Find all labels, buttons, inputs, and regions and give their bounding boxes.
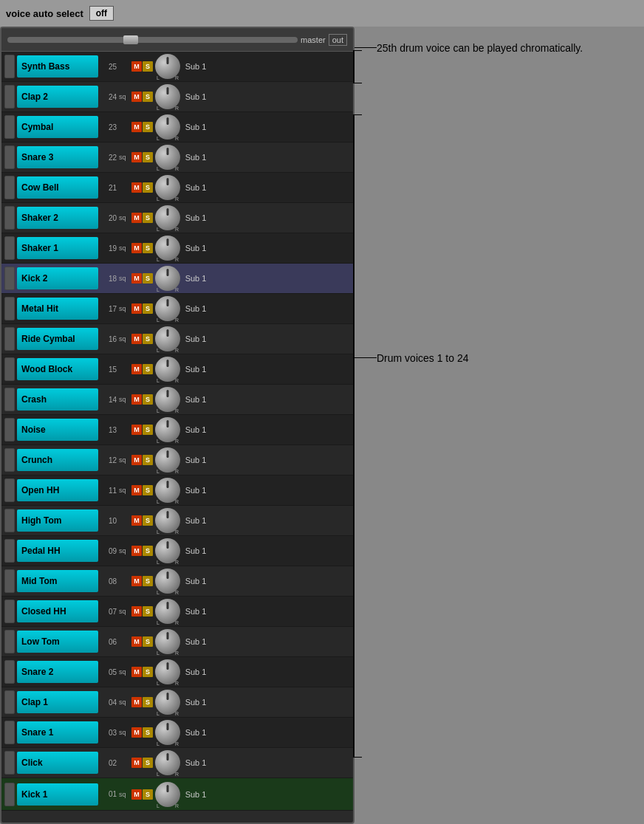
mute-button[interactable]: M <box>131 182 142 193</box>
mute-button[interactable]: M <box>131 61 142 72</box>
row-expand-btn[interactable] <box>4 357 15 381</box>
row-expand-btn[interactable] <box>4 751 15 775</box>
row-expand-btn[interactable] <box>4 388 15 411</box>
row-expand-btn[interactable] <box>4 690 15 714</box>
row-expand-btn[interactable] <box>4 176 15 199</box>
drum-voice-name-btn[interactable]: Closed HH <box>17 600 98 622</box>
drum-voice-name-btn[interactable]: Ride Cymbal <box>17 328 98 350</box>
row-expand-btn[interactable] <box>4 206 15 230</box>
drum-voice-name-btn[interactable]: High Tom <box>17 509 98 532</box>
mute-button[interactable]: M <box>131 455 142 465</box>
row-expand-btn[interactable] <box>4 85 15 109</box>
solo-button[interactable]: S <box>143 364 153 374</box>
drum-voice-name-btn[interactable]: Snare 1 <box>17 721 98 744</box>
drum-voice-name-btn[interactable]: Clap 1 <box>17 691 98 713</box>
row-expand-btn[interactable] <box>4 297 15 320</box>
mute-button[interactable]: M <box>131 394 142 405</box>
mute-button[interactable]: M <box>131 697 142 707</box>
row-expand-btn[interactable] <box>4 509 15 532</box>
solo-button[interactable]: S <box>143 334 153 344</box>
solo-button[interactable]: S <box>143 243 153 253</box>
row-expand-btn[interactable] <box>4 539 15 563</box>
row-expand-btn[interactable] <box>4 569 15 593</box>
drum-voice-name-btn[interactable]: Open HH <box>17 479 98 501</box>
drum-voice-name-btn[interactable]: Cow Bell <box>17 176 98 199</box>
row-expand-btn[interactable] <box>4 418 15 442</box>
mute-button[interactable]: M <box>131 425 142 435</box>
row-expand-btn[interactable] <box>4 630 15 653</box>
row-expand-btn[interactable] <box>4 721 15 744</box>
solo-button[interactable]: S <box>143 606 153 617</box>
drum-voice-name-btn[interactable]: Low Tom <box>17 631 98 653</box>
mute-button[interactable]: M <box>131 92 142 102</box>
drum-voice-name-btn[interactable]: Crash <box>17 388 98 411</box>
mute-button[interactable]: M <box>131 485 142 495</box>
row-expand-btn[interactable] <box>4 267 15 290</box>
drum-voice-name-btn[interactable]: Pedal HH <box>17 540 98 562</box>
drum-voice-name-btn[interactable]: Noise <box>17 419 98 441</box>
row-expand-btn[interactable] <box>4 783 15 806</box>
solo-button[interactable]: S <box>143 667 153 677</box>
row-expand-btn[interactable] <box>4 115 15 139</box>
row-expand-btn[interactable] <box>4 327 15 351</box>
row-expand-btn[interactable] <box>4 660 15 684</box>
mute-button[interactable]: M <box>131 213 142 223</box>
solo-button[interactable]: S <box>143 636 153 647</box>
mute-button[interactable]: M <box>131 546 142 556</box>
solo-button[interactable]: S <box>143 92 153 102</box>
drum-voice-name-btn[interactable]: Snare 2 <box>17 661 98 683</box>
drum-voice-name-btn[interactable]: Shaker 2 <box>17 207 98 229</box>
mute-button[interactable]: M <box>131 152 142 162</box>
solo-button[interactable]: S <box>143 546 153 556</box>
mute-button[interactable]: M <box>131 758 142 768</box>
master-slider-track[interactable] <box>7 37 298 43</box>
solo-button[interactable]: S <box>143 515 153 526</box>
mute-button[interactable]: M <box>131 667 142 677</box>
row-expand-btn[interactable] <box>4 448 15 472</box>
mute-button[interactable]: M <box>131 273 142 284</box>
mute-button[interactable]: M <box>131 636 142 647</box>
mute-button[interactable]: M <box>131 576 142 586</box>
drum-voice-name-btn[interactable]: Crunch <box>17 449 98 471</box>
solo-button[interactable]: S <box>143 697 153 707</box>
drum-voice-name-btn[interactable]: Synth Bass <box>17 55 98 78</box>
drum-voice-name-btn[interactable]: Click <box>17 752 98 774</box>
drum-voice-name-btn[interactable]: Cymbal <box>17 116 98 138</box>
solo-button[interactable]: S <box>143 576 153 586</box>
solo-button[interactable]: S <box>143 273 153 284</box>
drum-voice-name-btn[interactable]: Mid Tom <box>17 570 98 592</box>
solo-button[interactable]: S <box>143 152 153 162</box>
drum-voice-name-btn[interactable]: Kick 2 <box>17 267 98 289</box>
mute-button[interactable]: M <box>131 364 142 374</box>
mute-button[interactable]: M <box>131 727 142 738</box>
solo-button[interactable]: S <box>143 485 153 495</box>
solo-button[interactable]: S <box>143 122 153 132</box>
mute-button[interactable]: M <box>131 243 142 253</box>
drum-voice-name-btn[interactable]: Clap 2 <box>17 86 98 108</box>
mute-button[interactable]: M <box>131 122 142 132</box>
master-slider-thumb[interactable] <box>123 35 138 44</box>
solo-button[interactable]: S <box>143 758 153 768</box>
drum-voice-name-btn[interactable]: Kick 1 <box>17 783 98 806</box>
mute-button[interactable]: M <box>131 606 142 617</box>
solo-button[interactable]: S <box>143 61 153 72</box>
solo-button[interactable]: S <box>143 425 153 435</box>
solo-button[interactable]: S <box>143 303 153 314</box>
drum-voice-name-btn[interactable]: Metal Hit <box>17 298 98 320</box>
solo-button[interactable]: S <box>143 213 153 223</box>
solo-button[interactable]: S <box>143 789 153 800</box>
off-button[interactable]: off <box>89 6 114 21</box>
row-expand-btn[interactable] <box>4 145 15 169</box>
mute-button[interactable]: M <box>131 303 142 314</box>
row-expand-btn[interactable] <box>4 236 15 260</box>
row-expand-btn[interactable] <box>4 600 15 623</box>
row-expand-btn[interactable] <box>4 55 15 78</box>
mute-button[interactable]: M <box>131 515 142 526</box>
drum-voice-name-btn[interactable]: Wood Block <box>17 358 98 380</box>
drum-voice-name-btn[interactable]: Shaker 1 <box>17 237 98 259</box>
mute-button[interactable]: M <box>131 789 142 800</box>
drum-voice-name-btn[interactable]: Snare 3 <box>17 146 98 168</box>
solo-button[interactable]: S <box>143 394 153 405</box>
mute-button[interactable]: M <box>131 334 142 344</box>
solo-button[interactable]: S <box>143 455 153 465</box>
